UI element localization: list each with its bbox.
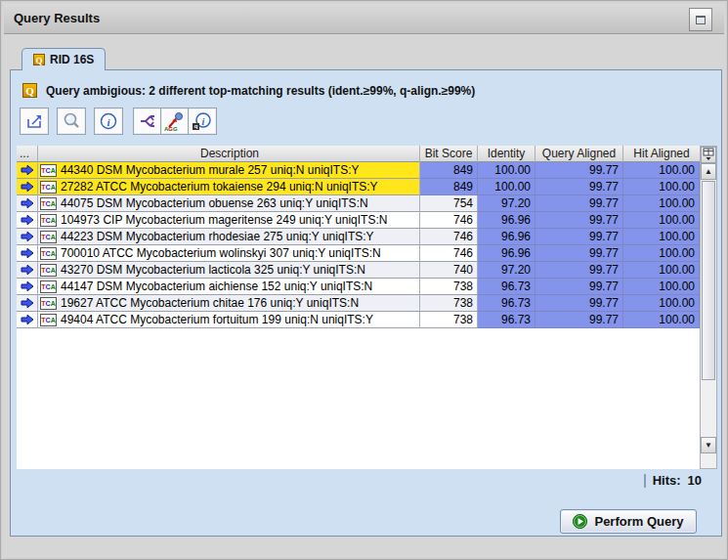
table-row[interactable]: TCA19627 ATCC Mycobacterium chitae 176 u… [17,295,700,312]
identity-cell[interactable]: 100.00 [478,179,535,195]
zoom-button[interactable] [57,108,86,135]
row-marker-cell[interactable] [17,295,38,312]
tab-rid-16s[interactable]: Q RID 16S [21,48,106,70]
info-button[interactable]: i [94,108,123,135]
vertical-scrollbar[interactable]: ▲ ▼ [700,146,717,469]
description-text: 700010 ATCC Mycobacterium wolinskyi 307 … [61,245,381,261]
scroll-up-button[interactable]: ▲ [701,163,716,180]
column-selector-button[interactable] [701,147,716,163]
description-cell[interactable]: TCA27282 ATCC Mycobacterium tokaiense 29… [38,179,420,195]
bit-score-cell[interactable]: 746 [420,245,478,262]
column-header-query-aligned[interactable]: Query Aligned [535,146,623,162]
identity-cell[interactable]: 97.20 [478,262,535,279]
bit-score-cell[interactable]: 740 [420,262,478,279]
scroll-down-button[interactable]: ▼ [701,437,716,453]
row-marker-cell[interactable] [17,179,38,195]
column-header-hit-aligned[interactable]: Hit Aligned [623,146,700,162]
query-aligned-cell[interactable]: 99.77 [535,279,623,295]
description-text: 49404 ATCC Mycobacterium fortuitum 199 u… [61,312,373,327]
bit-score-cell[interactable]: 746 [420,212,478,229]
hit-aligned-cell[interactable]: 100.00 [623,229,700,245]
info-icon: i [99,111,118,131]
hit-aligned-cell[interactable]: 100.00 [623,195,700,212]
table-row[interactable]: TCA700010 ATCC Mycobacterium wolinskyi 3… [17,245,700,262]
table-row[interactable]: TCA44340 DSM Mycobacterium murale 257 un… [17,162,700,179]
identity-cell[interactable]: 96.73 [478,295,535,312]
description-cell[interactable]: TCA49404 ATCC Mycobacterium fortuitum 19… [38,312,420,328]
sequence-button[interactable]: AGG [160,108,190,135]
table-row[interactable]: TCA44075 DSM Mycobacterium obuense 263 u… [17,195,700,212]
row-marker-cell[interactable] [17,279,38,295]
table-row[interactable]: TCA44147 DSM Mycobacterium aichiense 152… [17,279,700,295]
query-aligned-cell[interactable]: 99.77 [535,245,623,262]
query-info-button[interactable]: i q [188,108,217,135]
bit-score-cell[interactable]: 746 [420,229,478,245]
bit-score-cell[interactable]: 754 [420,195,478,212]
column-header-identity[interactable]: Identity [478,146,535,162]
scrollbar-thumb[interactable] [702,181,715,380]
row-marker-cell[interactable] [17,162,38,179]
table-body: TCA44340 DSM Mycobacterium murale 257 un… [17,162,700,469]
export-button[interactable] [20,108,49,135]
description-cell[interactable]: TCA700010 ATCC Mycobacterium wolinskyi 3… [38,245,420,262]
hit-aligned-cell[interactable]: 100.00 [623,162,700,179]
query-aligned-cell[interactable]: 99.77 [535,312,623,328]
hit-aligned-cell[interactable]: 100.00 [623,295,700,312]
description-cell[interactable]: TCA44075 DSM Mycobacterium obuense 263 u… [38,195,420,212]
description-cell[interactable]: TCA43270 DSM Mycobacterium lacticola 325… [38,262,420,279]
query-aligned-cell[interactable]: 99.77 [535,212,623,229]
column-header-marker[interactable]: ... [17,146,38,162]
description-cell[interactable]: TCA19627 ATCC Mycobacterium chitae 176 u… [38,295,420,312]
query-aligned-cell[interactable]: 99.77 [535,229,623,245]
row-marker-cell[interactable] [17,245,38,262]
hit-aligned-cell[interactable]: 100.00 [623,312,700,328]
sequence-letters: AGG [164,126,178,132]
table-row[interactable]: TCA27282 ATCC Mycobacterium tokaiense 29… [17,179,700,195]
table-row[interactable]: TCA43270 DSM Mycobacterium lacticola 325… [17,262,700,279]
maximize-button[interactable] [689,8,712,31]
tca-badge-icon: TCA [40,247,57,260]
identity-cell[interactable]: 96.96 [478,212,535,229]
tca-badge-icon: TCA [40,231,57,243]
bit-score-cell[interactable]: 738 [420,279,478,295]
tree-button[interactable] [133,108,162,135]
description-cell[interactable]: TCA44223 DSM Mycobacterium rhodesiae 275… [38,229,420,245]
perform-query-button[interactable]: Perform Query [560,509,697,534]
title-bar[interactable]: Query Results [4,4,724,34]
tca-badge-icon: TCA [40,164,57,177]
row-marker-cell[interactable] [17,262,38,279]
query-aligned-cell[interactable]: 99.77 [535,195,623,212]
query-aligned-cell[interactable]: 99.77 [535,162,623,179]
description-cell[interactable]: TCA104973 CIP Mycobacterium mageritense … [38,212,420,229]
identity-cell[interactable]: 100.00 [478,162,535,179]
identity-cell[interactable]: 96.73 [478,279,535,295]
column-header-bit-score[interactable]: Bit Score [420,146,478,162]
hit-aligned-cell[interactable]: 100.00 [623,279,700,295]
bit-score-cell[interactable]: 738 [420,312,478,328]
identity-cell[interactable]: 97.20 [478,195,535,212]
query-aligned-cell[interactable]: 99.77 [535,262,623,279]
row-marker-cell[interactable] [17,212,38,229]
bit-score-cell[interactable]: 849 [420,162,478,179]
table-row[interactable]: TCA49404 ATCC Mycobacterium fortuitum 19… [17,312,700,328]
bit-score-cell[interactable]: 738 [420,295,478,312]
bit-score-cell[interactable]: 849 [420,179,478,195]
hit-aligned-cell[interactable]: 100.00 [623,212,700,229]
identity-cell[interactable]: 96.96 [478,229,535,245]
query-aligned-cell[interactable]: 99.77 [535,295,623,312]
column-header-description[interactable]: Description [38,146,420,162]
identity-cell[interactable]: 96.96 [478,245,535,262]
identity-cell[interactable]: 96.73 [478,312,535,328]
row-marker-cell[interactable] [17,195,38,212]
table-row[interactable]: TCA44223 DSM Mycobacterium rhodesiae 275… [17,229,700,245]
table-row[interactable]: TCA104973 CIP Mycobacterium mageritense … [17,212,700,229]
description-cell[interactable]: TCA44340 DSM Mycobacterium murale 257 un… [38,162,420,179]
hit-aligned-cell[interactable]: 100.00 [623,245,700,262]
description-cell[interactable]: TCA44147 DSM Mycobacterium aichiense 152… [38,279,420,295]
query-aligned-cell[interactable]: 99.77 [535,179,623,195]
row-marker-cell[interactable] [17,229,38,245]
row-marker-cell[interactable] [17,312,38,328]
tca-badge-icon: TCA [40,314,57,326]
hit-aligned-cell[interactable]: 100.00 [623,262,700,279]
hit-aligned-cell[interactable]: 100.00 [623,179,700,195]
